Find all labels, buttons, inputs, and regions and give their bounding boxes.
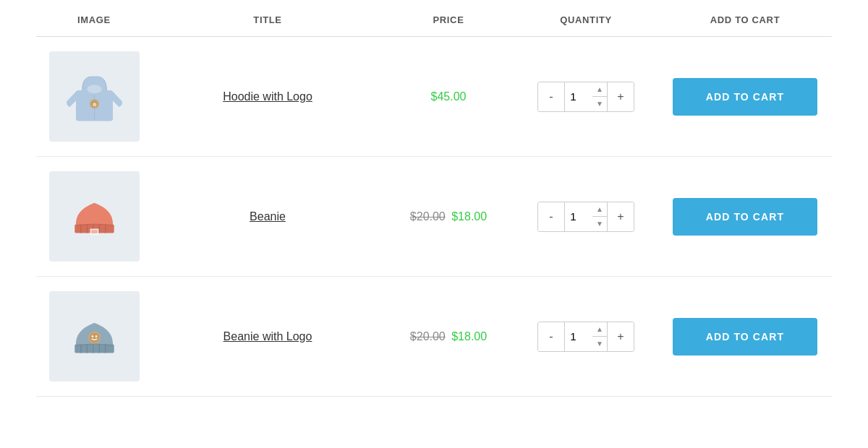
quantity-decrease-button[interactable]: - bbox=[538, 202, 564, 231]
product-image-cell bbox=[36, 171, 152, 262]
table-header: IMAGE TITLE PRICE QUANTITY ADD TO CART bbox=[36, 0, 832, 37]
product-table: IMAGE TITLE PRICE QUANTITY ADD TO CART bbox=[22, 0, 846, 397]
quantity-spinners: ▲ ▼ bbox=[592, 82, 607, 111]
svg-point-1 bbox=[87, 85, 101, 93]
quantity-input[interactable] bbox=[565, 322, 592, 351]
product-price-cell: $45.00 bbox=[383, 90, 514, 103]
product-quantity-cell: - ▲ ▼ + bbox=[514, 202, 658, 232]
header-cart: ADD TO CART bbox=[658, 14, 832, 25]
quantity-input-wrapper: ▲ ▼ bbox=[564, 322, 608, 351]
quantity-input[interactable] bbox=[565, 202, 592, 231]
beanie-logo-image bbox=[64, 306, 125, 367]
quantity-input[interactable] bbox=[565, 82, 592, 111]
quantity-control: - ▲ ▼ + bbox=[537, 82, 634, 112]
hoodie-image: ⚙ bbox=[64, 66, 125, 127]
product-title-cell: Beanie with Logo bbox=[152, 330, 383, 343]
quantity-spin-up-button[interactable]: ▲ bbox=[592, 82, 607, 97]
product-price-original: $20.00 bbox=[410, 330, 446, 343]
quantity-decrease-button[interactable]: - bbox=[538, 322, 564, 351]
product-image-cell bbox=[36, 291, 152, 382]
product-quantity-cell: - ▲ ▼ + bbox=[514, 82, 658, 112]
product-image-wrapper: ⚙ bbox=[49, 51, 140, 142]
product-quantity-cell: - ▲ ▼ + bbox=[514, 322, 658, 352]
quantity-control: - ▲ ▼ + bbox=[537, 202, 634, 232]
product-title-link[interactable]: Beanie bbox=[250, 210, 286, 223]
product-price-original: $20.00 bbox=[410, 210, 446, 223]
svg-rect-13 bbox=[91, 230, 98, 233]
quantity-increase-button[interactable]: + bbox=[608, 322, 634, 351]
quantity-spinners: ▲ ▼ bbox=[592, 322, 607, 351]
quantity-increase-button[interactable]: + bbox=[608, 202, 634, 231]
header-title: TITLE bbox=[152, 14, 383, 25]
product-image-wrapper bbox=[49, 291, 140, 382]
product-title-cell: Beanie bbox=[152, 210, 383, 223]
table-row: ⚙ Hoodie with Logo $45.00 - ▲ ▼ + bbox=[36, 37, 832, 157]
add-to-cart-button[interactable]: ADD TO CART bbox=[673, 198, 817, 236]
product-title-link[interactable]: Hoodie with Logo bbox=[223, 90, 312, 103]
table-row: Beanie $20.00 $18.00 - ▲ ▼ + ADD TO CART bbox=[36, 157, 832, 277]
product-price-regular: $45.00 bbox=[431, 90, 467, 103]
quantity-spin-up-button[interactable]: ▲ bbox=[592, 202, 607, 217]
add-to-cart-button[interactable]: ADD TO CART bbox=[673, 78, 817, 116]
quantity-spin-down-button[interactable]: ▼ bbox=[592, 217, 607, 231]
quantity-decrease-button[interactable]: - bbox=[538, 82, 564, 111]
product-title-cell: Hoodie with Logo bbox=[152, 90, 383, 103]
product-cart-cell: ADD TO CART bbox=[658, 198, 832, 236]
add-to-cart-button[interactable]: ADD TO CART bbox=[673, 318, 817, 356]
product-price-cell: $20.00 $18.00 bbox=[383, 330, 514, 343]
beanie-image bbox=[64, 186, 125, 247]
header-price: PRICE bbox=[383, 14, 514, 25]
quantity-control: - ▲ ▼ + bbox=[537, 322, 634, 352]
product-cart-cell: ADD TO CART bbox=[658, 78, 832, 116]
svg-point-23 bbox=[95, 335, 97, 337]
header-image: IMAGE bbox=[36, 14, 152, 25]
product-title-link[interactable]: Beanie with Logo bbox=[224, 330, 312, 343]
svg-point-21 bbox=[89, 332, 99, 343]
table-row: Beanie with Logo $20.00 $18.00 - ▲ ▼ + A… bbox=[36, 277, 832, 397]
svg-point-22 bbox=[91, 335, 93, 337]
quantity-spinners: ▲ ▼ bbox=[592, 202, 607, 231]
product-price-cell: $20.00 $18.00 bbox=[383, 210, 514, 223]
product-cart-cell: ADD TO CART bbox=[658, 318, 832, 356]
product-image-cell: ⚙ bbox=[36, 51, 152, 142]
quantity-input-wrapper: ▲ ▼ bbox=[564, 82, 608, 111]
product-price-sale: $18.00 bbox=[451, 330, 487, 343]
quantity-increase-button[interactable]: + bbox=[608, 82, 634, 111]
quantity-spin-down-button[interactable]: ▼ bbox=[592, 337, 607, 351]
product-price-sale: $18.00 bbox=[451, 210, 487, 223]
quantity-spin-up-button[interactable]: ▲ bbox=[592, 322, 607, 337]
quantity-spin-down-button[interactable]: ▼ bbox=[592, 97, 607, 111]
header-quantity: QUANTITY bbox=[514, 14, 658, 25]
product-image-wrapper bbox=[49, 171, 140, 262]
quantity-input-wrapper: ▲ ▼ bbox=[564, 202, 608, 231]
